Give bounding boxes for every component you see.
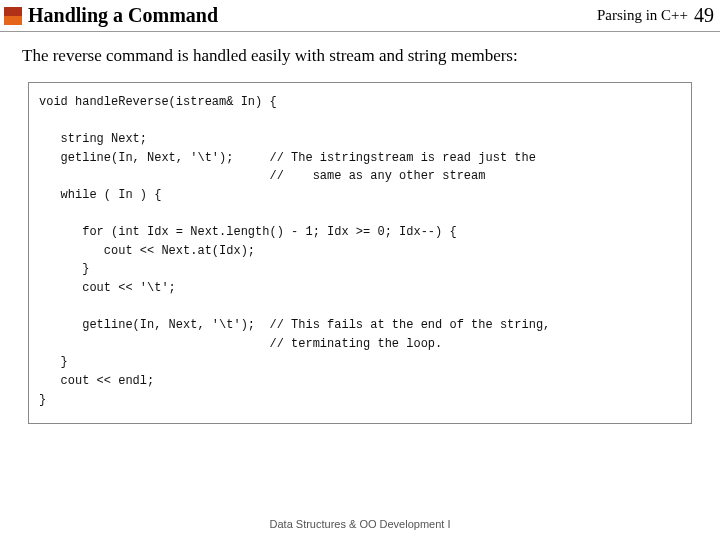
svg-rect-0 <box>4 7 22 16</box>
context-label: Parsing in C++ <box>597 7 688 24</box>
code-box: void handleReverse(istream& In) { string… <box>28 82 692 424</box>
slide-header: Handling a Command Parsing in C++ 49 <box>0 0 720 32</box>
intro-text: The reverse command is handled easily wi… <box>0 32 720 76</box>
page-number: 49 <box>694 4 714 27</box>
code-listing: void handleReverse(istream& In) { string… <box>29 83 691 423</box>
logo-icon <box>4 7 22 25</box>
page-title: Handling a Command <box>28 4 597 27</box>
footer-text: Data Structures & OO Development I <box>0 518 720 530</box>
svg-rect-1 <box>4 16 22 25</box>
